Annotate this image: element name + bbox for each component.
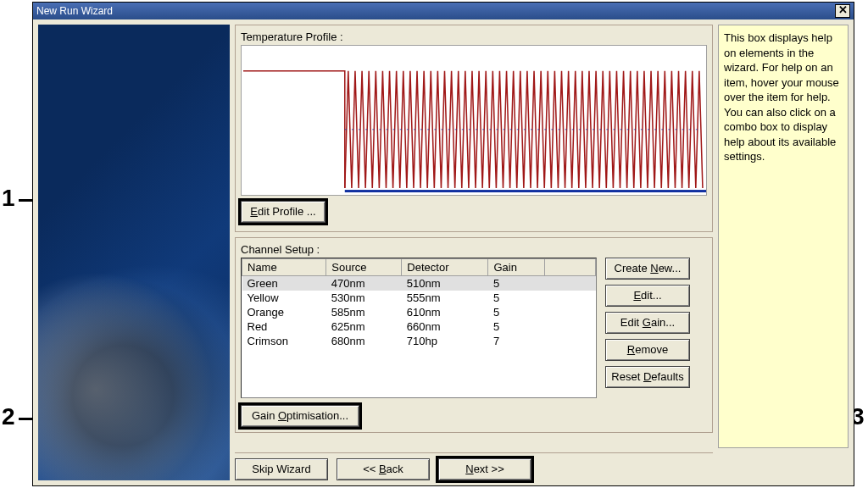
channel-setup-group: Channel Setup : Name Source Detector Gai… — [235, 237, 713, 433]
callout-2: 2 — [2, 403, 15, 430]
create-new-button[interactable]: Create New... — [605, 258, 690, 280]
edit-profile-button[interactable]: Edit Profile ... — [241, 201, 326, 223]
window-title: New Run Wizard — [36, 5, 113, 17]
temperature-profile-group: Temperature Profile : — [235, 25, 713, 232]
channel-table[interactable]: Name Source Detector Gain G — [241, 258, 597, 398]
wizard-window: New Run Wizard ✕ Temperature Profile : — [32, 2, 854, 486]
col-gain[interactable]: Gain — [488, 259, 545, 276]
callout-1: 1 — [2, 185, 15, 212]
back-button[interactable]: << Back — [337, 458, 430, 480]
close-button[interactable]: ✕ — [835, 4, 850, 18]
col-source[interactable]: Source — [326, 259, 402, 276]
channel-setup-label: Channel Setup : — [241, 243, 707, 256]
col-name[interactable]: Name — [242, 259, 326, 276]
temperature-profile-chart — [241, 45, 707, 196]
edit-button[interactable]: Edit... — [605, 285, 690, 307]
wizard-sidebar-image — [38, 25, 230, 480]
table-row[interactable]: Red625nm660nm5 — [242, 319, 596, 334]
temperature-profile-label: Temperature Profile : — [241, 30, 707, 43]
remove-button[interactable]: Remove — [605, 339, 690, 361]
wizard-nav: Skip Wizard << Back Next >> — [235, 452, 713, 480]
table-row[interactable]: Green470nm510nm5 — [242, 276, 596, 291]
help-panel: This box displays help on elements in th… — [718, 25, 849, 448]
next-button[interactable]: Next >> — [438, 458, 531, 480]
channel-header-row: Name Source Detector Gain — [242, 259, 596, 276]
col-detector[interactable]: Detector — [402, 259, 488, 276]
edit-gain-button[interactable]: Edit Gain... — [605, 312, 690, 334]
help-text: This box displays help on elements in th… — [724, 31, 839, 163]
reset-defaults-button[interactable]: Reset Defaults — [605, 366, 690, 388]
table-row[interactable]: Crimson680nm710hp7 — [242, 334, 596, 348]
gain-optimisation-button[interactable]: Gain Optimisation... — [241, 405, 359, 427]
skip-wizard-button[interactable]: Skip Wizard — [235, 458, 328, 480]
titlebar: New Run Wizard ✕ — [33, 3, 854, 19]
svg-rect-1 — [345, 190, 706, 192]
table-row[interactable]: Yellow530nm555nm5 — [242, 291, 596, 305]
table-row[interactable]: Orange585nm610nm5 — [242, 305, 596, 319]
